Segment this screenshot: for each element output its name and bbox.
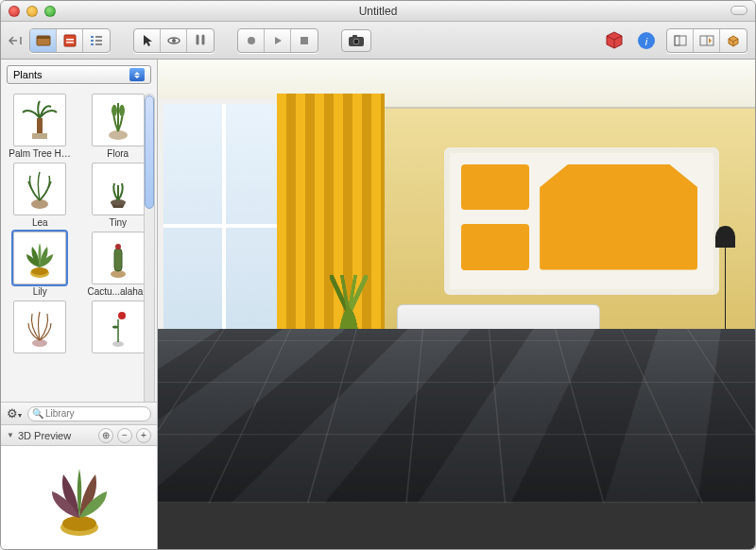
svg-rect-5 bbox=[91, 36, 94, 38]
flora-icon bbox=[99, 99, 137, 141]
view-split-button[interactable] bbox=[694, 29, 720, 52]
category-dropdown[interactable]: Plants bbox=[7, 65, 151, 84]
scrollbar-thumb[interactable] bbox=[145, 95, 154, 209]
titlebar: Untitled bbox=[1, 1, 755, 22]
minimize-window-button[interactable] bbox=[26, 6, 38, 17]
snapshot-button[interactable] bbox=[341, 29, 371, 52]
preview-plant-icon bbox=[37, 455, 122, 541]
stop-icon bbox=[299, 35, 310, 46]
render-control-group bbox=[237, 28, 318, 53]
search-icon: 🔍 bbox=[32, 408, 43, 419]
library-item-label: Tiny bbox=[109, 217, 127, 228]
svg-point-28 bbox=[31, 199, 48, 209]
view-split-icon bbox=[699, 34, 714, 47]
inspector-panel-button[interactable] bbox=[57, 29, 83, 52]
library-item-label: Lea bbox=[32, 217, 48, 228]
close-window-button[interactable] bbox=[9, 6, 20, 17]
package-icon bbox=[604, 30, 625, 51]
cactus-icon bbox=[99, 237, 137, 279]
library-item-lily[interactable]: Lily bbox=[3, 232, 77, 297]
zoom-window-button[interactable] bbox=[44, 6, 56, 17]
scene-floor bbox=[158, 329, 755, 503]
svg-rect-24 bbox=[32, 133, 47, 139]
play-button[interactable] bbox=[265, 29, 291, 52]
toolbar-toggle-button[interactable] bbox=[730, 6, 747, 15]
view-mode-group bbox=[666, 28, 747, 53]
orbit-tool-button[interactable] bbox=[161, 29, 187, 52]
scene-shelf-niche bbox=[461, 224, 529, 270]
svg-rect-33 bbox=[114, 249, 122, 271]
svg-rect-6 bbox=[91, 40, 94, 42]
svg-point-41 bbox=[62, 516, 96, 531]
record-button[interactable] bbox=[238, 29, 265, 52]
toolbar: i bbox=[1, 22, 755, 60]
svg-rect-23 bbox=[37, 118, 43, 135]
gear-icon[interactable]: ⚙▾ bbox=[7, 406, 22, 421]
library-item-grass[interactable] bbox=[3, 301, 77, 355]
library-search-input[interactable] bbox=[27, 406, 151, 421]
walk-tool-button[interactable] bbox=[187, 29, 214, 52]
view-3d-button[interactable] bbox=[720, 29, 747, 52]
camera-icon bbox=[348, 34, 365, 47]
svg-rect-16 bbox=[352, 35, 357, 38]
library-grid: Palm Tree High Flora Lea Tiny Lily bbox=[1, 90, 157, 402]
lily-icon bbox=[21, 237, 59, 279]
panel-toggle-group bbox=[29, 28, 111, 53]
svg-rect-7 bbox=[91, 43, 94, 45]
svg-rect-10 bbox=[95, 43, 102, 45]
scene-window bbox=[158, 98, 289, 352]
category-dropdown-label: Plants bbox=[13, 69, 43, 80]
zoom-in-button[interactable]: + bbox=[136, 428, 151, 443]
library-item-label: Flora bbox=[107, 148, 129, 159]
library-item-label: Cactu...alahari bbox=[88, 286, 148, 297]
zoom-out-button[interactable]: − bbox=[117, 428, 132, 443]
viewport-3d[interactable] bbox=[158, 60, 755, 549]
library-panel-button[interactable] bbox=[30, 29, 57, 52]
preview-header-bar[interactable]: ▼ 3D Preview ⊕ − + bbox=[1, 424, 157, 445]
view-2d-icon bbox=[673, 34, 688, 47]
record-icon bbox=[246, 35, 257, 46]
dropdown-arrows-icon bbox=[129, 68, 145, 81]
svg-rect-1 bbox=[37, 36, 50, 39]
view-3d-icon bbox=[726, 34, 741, 47]
palm-icon bbox=[21, 99, 59, 141]
library-item-palm-tree-high[interactable]: Palm Tree High bbox=[3, 94, 77, 159]
svg-point-38 bbox=[118, 312, 126, 319]
preview-3d-panel[interactable] bbox=[1, 445, 157, 549]
play-icon bbox=[272, 35, 284, 46]
pointer-tool-button[interactable] bbox=[134, 29, 161, 52]
library-search: 🔍 bbox=[27, 406, 151, 421]
list-panel-button[interactable] bbox=[83, 29, 110, 52]
svg-point-31 bbox=[31, 267, 48, 275]
disclosure-triangle-icon: ▼ bbox=[7, 431, 14, 439]
package-button[interactable] bbox=[602, 28, 627, 53]
zoom-fit-button[interactable]: ⊕ bbox=[98, 428, 113, 443]
svg-rect-14 bbox=[301, 37, 308, 44]
svg-rect-8 bbox=[95, 36, 102, 38]
library-item-label: Lily bbox=[33, 286, 47, 297]
main-body: Plants Palm Tree High Flora Lea bbox=[1, 60, 755, 549]
window-title: Untitled bbox=[359, 5, 398, 18]
stop-button[interactable] bbox=[291, 29, 318, 52]
expand-icon[interactable] bbox=[9, 29, 22, 52]
app-window: Untitled bbox=[0, 0, 756, 550]
library-item-lea[interactable]: Lea bbox=[3, 163, 77, 228]
svg-point-25 bbox=[109, 130, 128, 140]
rose-icon bbox=[99, 306, 137, 348]
scene-shelf-niche bbox=[540, 164, 697, 270]
navigation-tool-group bbox=[133, 28, 215, 53]
svg-point-17 bbox=[353, 39, 359, 44]
info-button[interactable]: i bbox=[634, 28, 659, 53]
svg-rect-9 bbox=[95, 40, 102, 42]
svg-point-27 bbox=[119, 105, 125, 116]
pointer-icon bbox=[142, 34, 153, 47]
orbit-icon bbox=[166, 34, 181, 47]
scene-shelf-unit bbox=[444, 147, 719, 294]
walk-icon bbox=[194, 34, 207, 47]
grass-icon bbox=[21, 306, 59, 348]
library-footer-bar: ⚙▾ 🔍 bbox=[1, 402, 157, 424]
view-2d-button[interactable] bbox=[667, 29, 694, 52]
svg-point-13 bbox=[248, 37, 255, 44]
library-item-label: Palm Tree High bbox=[9, 148, 71, 159]
svg-point-12 bbox=[172, 39, 176, 43]
